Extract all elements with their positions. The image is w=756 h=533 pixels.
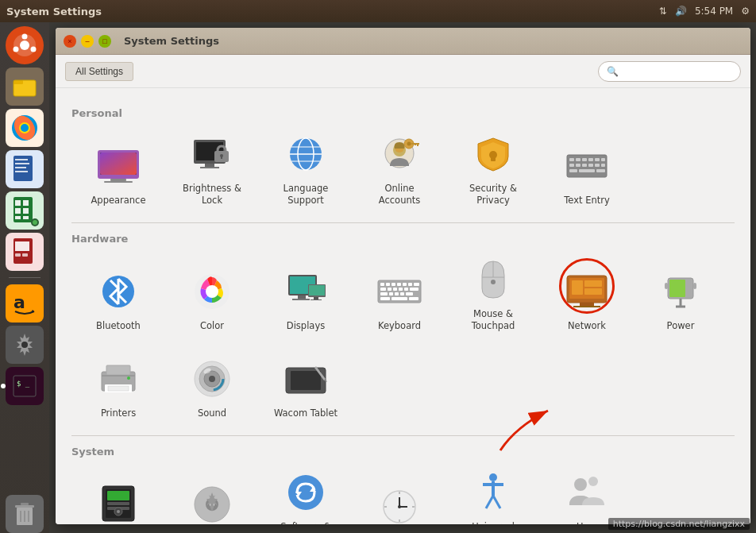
svg-point-162 [489,473,497,481]
active-indicator [1,384,6,388]
svg-rect-96 [392,283,395,286]
svg-rect-25 [15,241,29,251]
svg-rect-94 [380,283,384,286]
svg-rect-80 [579,169,595,172]
gear-icon[interactable]: ⚙ [741,6,750,17]
settings-item-user-accounts[interactable]: UserAccounts [540,467,634,524]
settings-item-keyboard[interactable]: Keyboard [353,254,446,342]
settings-item-color[interactable]: Color [165,254,259,342]
settings-item-online-accounts[interactable]: OnlineAccounts [353,129,446,216]
settings-item-displays[interactable]: Displays [259,254,353,342]
svg-point-153 [288,475,323,510]
settings-item-language-support[interactable]: LanguageSupport [259,129,353,216]
settings-item-appearance[interactable]: Appearance [71,129,165,216]
sidebar-item-impress[interactable] [6,233,44,271]
sidebar-item-settings[interactable] [6,326,44,364]
search-input[interactable] [623,66,732,77]
sidebar-item-writer[interactable] [6,150,44,188]
settings-item-mouse-touchpad[interactable]: Mouse &Touchpad [446,254,540,342]
svg-rect-145 [107,491,129,500]
svg-rect-27 [22,253,28,257]
sidebar-item-terminal[interactable]: $ _ [6,367,44,405]
maximize-button[interactable]: □ [98,35,111,48]
svg-point-149 [117,510,120,513]
svg-rect-90 [309,285,325,295]
svg-rect-97 [397,283,401,286]
sidebar-item-files[interactable] [6,68,44,106]
brightness-lock-label: Brightness &Lock [183,183,241,207]
svg-rect-35 [21,503,29,505]
power-label: Power [667,320,695,332]
svg-point-133 [127,377,130,380]
settings-item-details[interactable]: Details [165,467,259,524]
sidebar: a $ _ [0,22,49,533]
appearance-label: Appearance [91,195,145,207]
brightness-lock-icon [190,132,234,176]
svg-rect-124 [573,306,600,307]
hardware-grid-2: Printers Sound [71,342,735,429]
svg-rect-46 [205,164,214,167]
sidebar-item-amazon[interactable]: a [6,284,44,323]
sidebar-item-calc[interactable] [6,191,44,230]
network-label: Network [568,320,606,332]
settings-item-brightness-lock[interactable]: Brightness &Lock [165,129,259,216]
backups-icon [96,482,141,524]
svg-rect-21 [23,208,29,214]
svg-rect-101 [380,288,386,291]
details-icon [190,482,234,524]
system-grid: Backups Details [71,467,735,524]
settings-item-security-privacy[interactable]: Security &Privacy [446,129,540,216]
close-button[interactable]: × [64,35,76,48]
keyboard-label: Keyboard [378,320,421,332]
printers-label: Printers [101,407,136,419]
content-area: Personal [56,88,750,524]
printers-icon [96,357,141,401]
settings-item-sound[interactable]: Sound [165,342,259,429]
personal-grid: Appearance Br [71,129,735,216]
sidebar-item-trash[interactable] [6,495,44,533]
sidebar-item-firefox[interactable] [6,109,44,147]
settings-item-text-entry[interactable]: Text Entry [540,129,634,216]
displays-icon [284,269,328,314]
svg-rect-73 [569,164,574,167]
bluetooth-label: Bluetooth [96,320,141,332]
section-header-system: System [71,446,735,458]
svg-rect-111 [406,292,413,295]
online-accounts-icon [377,132,422,176]
settings-item-printers[interactable]: Printers [71,342,165,429]
svg-rect-142 [291,371,321,390]
settings-item-wacom-tablet[interactable]: Wacom Tablet [259,342,353,429]
settings-item-backups[interactable]: Backups [71,467,165,524]
settings-item-software-updates[interactable]: Software &Updates [259,467,353,524]
svg-rect-20 [15,208,21,214]
top-bar-title: System Settings [6,6,102,17]
settings-item-time-date[interactable]: Time & Date [353,467,446,524]
svg-rect-76 [588,164,593,167]
keyboard-icon [377,269,422,314]
window-toolbar: All Settings 🔍 [56,55,750,88]
volume-icon: 🔊 [675,6,687,17]
svg-point-63 [407,142,411,146]
svg-rect-108 [389,292,393,295]
svg-rect-18 [15,200,21,206]
all-settings-button[interactable]: All Settings [65,62,133,81]
svg-point-30 [21,342,28,348]
svg-rect-98 [403,283,407,286]
hardware-grid: Bluetooth [71,254,735,342]
settings-item-bluetooth[interactable]: Bluetooth [71,254,165,342]
text-entry-label: Text Entry [564,195,610,207]
settings-item-network[interactable]: Network [540,254,634,342]
svg-rect-77 [595,164,600,167]
settings-item-power[interactable]: Power [634,254,727,342]
network-indicator-icon: ⇅ [659,6,667,17]
sidebar-item-ubuntu[interactable] [6,26,44,64]
svg-rect-68 [576,158,580,161]
text-entry-icon [565,144,609,188]
universal-access-icon [471,470,515,515]
mouse-touchpad-label: Mouse &Touchpad [472,308,515,332]
svg-rect-128 [669,280,685,297]
network-icon [565,269,609,314]
minimize-button[interactable]: – [81,35,94,48]
settings-item-universal-access[interactable]: UniversalAccess [446,467,540,524]
clock: 5:54 PM [695,6,733,17]
